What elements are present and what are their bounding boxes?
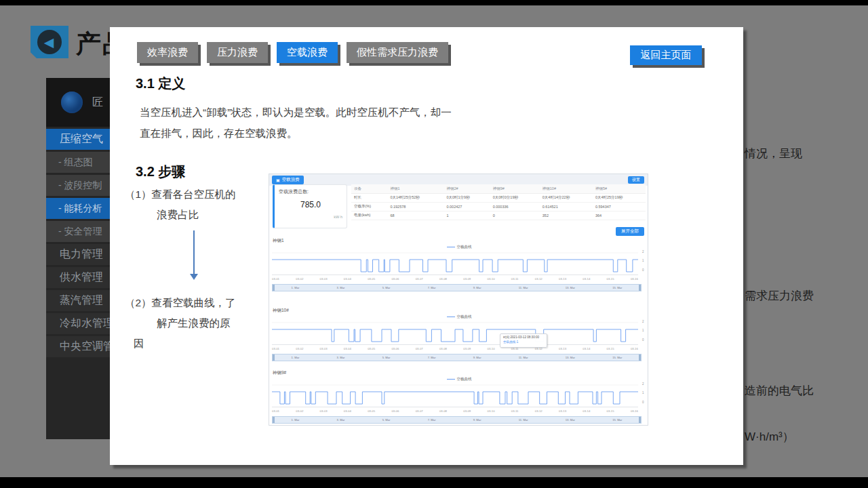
table-header-cell: 神钢9# <box>490 184 540 193</box>
slider-handle-left[interactable] <box>273 354 275 361</box>
back-icon: ◀ <box>37 30 62 54</box>
x-tick-label: 03-01 <box>272 409 279 413</box>
table-cell: 空载率(%) <box>351 202 387 211</box>
slider-date-label: 7. Mar <box>428 418 436 422</box>
data-zoom-slider[interactable]: 1. Mar3. Mar5. Mar7. Mar9. Mar11. Mar13.… <box>272 416 642 424</box>
table-row: 电量(kwh)6810352364 <box>351 211 646 220</box>
x-tick-label: 03-15 <box>607 409 614 413</box>
background-text-fragment: 造前的电气比 <box>745 383 814 399</box>
slider-date-label: 3. Mar <box>337 286 345 289</box>
data-zoom-slider[interactable]: 1. Mar3. Mar5. Mar7. Mar9. Mar11. Mar13.… <box>272 354 642 361</box>
x-tick-label: 03-08 <box>439 347 447 350</box>
sidebar-item[interactable]: 供水管理 <box>46 267 110 288</box>
sidebar-item[interactable]: - 能耗分析 <box>46 198 110 219</box>
tab-idle-waste[interactable]: 空载浪费 <box>277 42 338 63</box>
x-tick-label: 03-09 <box>463 347 471 350</box>
slider-date-label: 1. Mar <box>292 286 300 289</box>
sidebar-item[interactable]: 中央空调管理 <box>46 336 110 357</box>
definition-line-1: 当空压机进入“卸载”状态，即认为是空载。此时空压机不产气，却一 <box>140 102 452 123</box>
chart-legend[interactable]: 空载曲线 <box>269 377 649 382</box>
x-tick-label: 03-14 <box>583 347 590 350</box>
background-text-fragment: W·h/m³） <box>745 429 794 445</box>
table-cell: 0天4时25分19秒 <box>593 193 646 202</box>
slider-date-label: 3. Mar <box>337 418 345 422</box>
slider-date-label: 1. Mar <box>292 356 300 359</box>
slider-handle-right[interactable] <box>639 354 641 361</box>
definition-paragraph: 当空压机进入“卸载”状态，即认为是空载。此时空压机不产气，却一 直在排气，因此，… <box>140 102 452 144</box>
step-1-text: （1）查看各台空压机的 浪费占比 <box>125 184 236 225</box>
x-tick-label: 03-13 <box>559 409 566 413</box>
y-tick-label: 0 <box>642 338 644 342</box>
expand-all-button[interactable]: 展开全部 <box>616 227 644 236</box>
chart-block-shengang10: 神钢10# 空载曲线 210 03-0103-0203-0303-0403-05… <box>269 308 649 367</box>
slider-handle-left[interactable] <box>273 285 275 291</box>
table-header-cell: 神钢1 <box>387 184 443 193</box>
data-zoom-slider[interactable]: 1. Mar3. Mar5. Mar7. Mar9. Mar11. Mar13.… <box>272 284 642 291</box>
table-cell: 0.594347 <box>593 202 646 211</box>
sidebar-item[interactable]: 压缩空气 <box>46 129 110 150</box>
x-tick-label: 03-07 <box>416 409 423 413</box>
slider-date-label: 11. Mar <box>519 356 528 359</box>
y-tick-label: 1 <box>642 391 644 394</box>
screen: ◀ 产品 匠 压缩空气- 组态图- 波段控制- 能耗分析- 安全管理电力管理供水… <box>0 0 868 488</box>
x-tick-label: 03-14 <box>583 277 590 281</box>
back-to-main-button[interactable]: 返回主页面 <box>630 45 702 65</box>
table-cell: 0天0时1分9秒 <box>443 193 490 202</box>
slider-date-label: 13. Mar <box>566 356 575 359</box>
sidebar-item[interactable]: - 组态图 <box>46 152 110 173</box>
settings-button[interactable]: 设置 <box>628 176 644 184</box>
table-cell: 0.192578 <box>387 202 443 211</box>
slider-date-label: 15. Mar <box>612 286 622 289</box>
x-tick-label: 03-08 <box>439 277 447 281</box>
table-cell: 电量(kwh) <box>351 211 387 220</box>
tab-pressure-waste[interactable]: 压力浪费 <box>207 42 268 63</box>
wave-chart[interactable] <box>272 251 638 276</box>
wave-chart[interactable] <box>272 384 638 408</box>
slider-handle-right[interactable] <box>639 417 641 423</box>
table-header-cell: 神钢2# <box>443 184 490 193</box>
slider-date-label: 9. Mar <box>473 418 481 422</box>
x-tick-label: 03-08 <box>439 409 447 413</box>
x-tick-label: 03-12 <box>535 409 542 413</box>
tab-false-demand-pressure-waste[interactable]: 假性需求压力浪费 <box>347 42 448 63</box>
sidebar: 匠 压缩空气- 组态图- 波段控制- 能耗分析- 安全管理电力管理供水管理蒸汽管… <box>46 78 110 439</box>
wave-chart[interactable] <box>272 321 638 346</box>
x-axis-labels: 03-0103-0203-0303-0403-0503-0603-0703-08… <box>272 409 638 413</box>
slider-handle-left[interactable] <box>273 417 275 423</box>
summary-label: 空载浪费总数: <box>279 188 342 195</box>
summary-value: 785.0 <box>279 200 342 209</box>
chart-legend[interactable]: 空载曲线 <box>269 314 649 319</box>
x-tick-label: 03-10 <box>488 277 495 281</box>
step-1-line-1: （1）查看各台空压机的 <box>125 184 236 205</box>
waste-tabs: 效率浪费 压力浪费 空载浪费 假性需求压力浪费 <box>137 42 448 63</box>
x-tick-label: 03-07 <box>416 277 423 281</box>
x-tick-label: 03-09 <box>463 277 471 281</box>
slider-date-label: 7. Mar <box>428 356 436 359</box>
sidebar-item[interactable]: - 波段控制 <box>46 175 110 196</box>
x-tick-label: 03-06 <box>391 277 399 281</box>
tab-efficiency-waste[interactable]: 效率浪费 <box>137 42 198 63</box>
x-axis-labels: 03-0103-0203-0303-0403-0503-0603-0703-08… <box>272 347 638 350</box>
sidebar-item[interactable]: - 安全管理 <box>46 221 110 242</box>
table-cell: 0.002427 <box>443 202 490 211</box>
app-logo-text: 匠 <box>92 96 103 110</box>
x-tick-label: 03-04 <box>344 347 351 350</box>
table-header-cell: 神钢10# <box>540 184 593 193</box>
x-tick-label: 03-05 <box>368 277 375 281</box>
chart-legend[interactable]: 空载曲线 <box>269 245 649 249</box>
back-badge[interactable]: ◀ <box>31 26 68 58</box>
sidebar-item[interactable]: 冷却水管理 <box>46 313 110 334</box>
letterbox-top <box>0 0 868 5</box>
x-tick-label: 03-11 <box>511 409 519 413</box>
y-axis-ticks: 210 <box>641 320 649 347</box>
slider-date-label: 15. Mar <box>612 418 622 422</box>
tooltip-value: 空载曲线:1 <box>503 340 544 344</box>
sidebar-item[interactable]: 蒸汽管理 <box>46 290 110 311</box>
sidebar-item[interactable]: 电力管理 <box>46 244 110 265</box>
x-tick-label: 03-02 <box>296 347 303 350</box>
slider-handle-right[interactable] <box>639 285 641 291</box>
x-tick-label: 03-12 <box>535 277 542 281</box>
x-tick-label: 03-16 <box>631 347 638 350</box>
summary-card: 空载浪费总数: 785.0 kW·h <box>273 184 347 228</box>
y-tick-label: 2 <box>642 250 644 253</box>
